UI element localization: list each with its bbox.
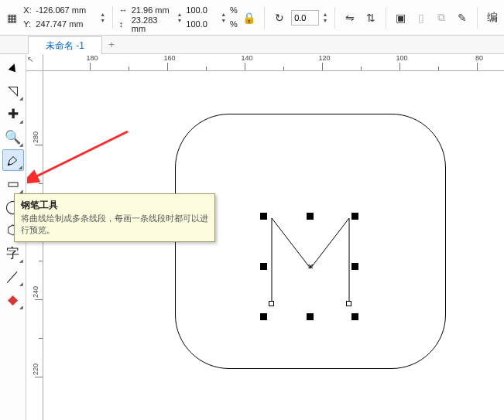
text-tool[interactable]: 字◢ — [2, 242, 24, 264]
selection-handle-bc[interactable] — [307, 313, 314, 320]
h-tick-label: 80 — [471, 54, 487, 62]
pick-tool[interactable]: ▲ — [0, 53, 26, 81]
zoom-tool[interactable]: 🔍◢ — [2, 126, 24, 148]
m-path-object[interactable] — [268, 210, 361, 311]
v-tick-label: 280 — [32, 131, 39, 143]
document-tab[interactable]: 未命名 -1 — [28, 36, 102, 54]
vertical-ruler: 280 260 240 220 — [26, 71, 43, 420]
position-fields: X:-126.067 mm Y:247.747 mm — [23, 4, 96, 32]
h-tick-label: 120 — [317, 54, 332, 62]
tab-bar: 未命名 -1 + — [0, 36, 504, 54]
v-tick-label: 240 — [32, 286, 39, 298]
selection-handle-ml[interactable] — [260, 263, 267, 270]
size-fields: ↔21.96 mm ↕23.283 mm — [119, 4, 173, 32]
scale-x-value[interactable]: 100.0 — [186, 6, 217, 15]
edit-button[interactable]: ✎ — [454, 8, 471, 28]
width-value[interactable]: 21.96 mm — [132, 6, 173, 15]
path-node[interactable] — [269, 301, 274, 306]
rotate-icon: ↻ — [271, 8, 288, 28]
tooltip-title: 钢笔工具 — [21, 199, 208, 212]
divider — [264, 7, 265, 29]
selection-handle-tr[interactable] — [351, 213, 358, 220]
rotation-value[interactable]: 0.0 — [291, 10, 318, 26]
tooltip-description: 将曲线绘制成多条线段，每画一条线段时都可以进行预览。 — [21, 213, 208, 237]
wrap2-button[interactable]: ▯ — [413, 8, 430, 28]
divider — [112, 7, 113, 29]
size-spinner[interactable]: ▲▼ — [177, 4, 183, 32]
pen-tool[interactable]: ◢ — [2, 149, 24, 171]
shape-tool[interactable]: ◹◢ — [2, 80, 24, 101]
height-lock-icon: ↕ — [119, 20, 132, 29]
h-tick-label: 180 — [84, 54, 100, 62]
mirror-v-button[interactable]: ⇅ — [362, 8, 379, 28]
right-label: 编 — [484, 8, 501, 28]
percent-1: % — [230, 6, 238, 15]
lock-ratio-button[interactable]: 🔒 — [241, 8, 258, 28]
percent-2: % — [230, 20, 238, 29]
divider — [334, 7, 335, 29]
grid-icon: ▦ — [3, 8, 20, 28]
property-bar: ▦ X:-126.067 mm Y:247.747 mm ▲▼ ↔21.96 m… — [0, 0, 504, 36]
rectangle-tool[interactable]: ▭◢ — [2, 172, 24, 194]
rotation-spinner[interactable]: ▲▼ — [322, 4, 329, 32]
selection-handle-br[interactable] — [351, 313, 358, 320]
line-tool[interactable]: ／◢ — [2, 265, 24, 287]
width-lock-icon: ↔ — [119, 6, 132, 15]
percent-labels: % % — [230, 4, 238, 32]
h-tick-label: 100 — [394, 54, 410, 62]
divider — [477, 7, 478, 29]
canvas[interactable]: ✕ — [43, 71, 504, 420]
h-tick-label: 160 — [162, 54, 177, 62]
y-value[interactable]: 247.747 mm — [36, 20, 96, 29]
pen-tool-tooltip: 钢笔工具 将曲线绘制成多条线段，每画一条线段时都可以进行预览。 — [14, 193, 215, 242]
add-tab-button[interactable]: + — [102, 36, 121, 53]
selection-handle-mr[interactable] — [351, 263, 358, 270]
divider — [386, 7, 386, 29]
position-spinner[interactable]: ▲▼ — [99, 4, 106, 32]
crop-tool[interactable]: ✚◢ — [2, 103, 24, 125]
x-value[interactable]: -126.067 mm — [36, 6, 96, 15]
height-value[interactable]: 23.283 mm — [132, 16, 173, 33]
combine-button[interactable]: ⧉ — [433, 8, 450, 28]
selection-handle-tl[interactable] — [260, 213, 267, 220]
wrap-button[interactable]: ▣ — [393, 8, 410, 28]
x-label: X: — [23, 6, 36, 15]
scale-fields: 100.0 100.0 — [186, 4, 217, 32]
selection-handle-bl[interactable] — [260, 313, 267, 320]
y-label: Y: — [23, 20, 36, 29]
path-node[interactable] — [346, 301, 351, 306]
ruler-origin[interactable]: ↖ — [26, 54, 43, 71]
mirror-h-button[interactable]: ⇋ — [341, 8, 358, 28]
scale-y-value[interactable]: 100.0 — [186, 20, 217, 29]
selection-center[interactable]: ✕ — [307, 263, 314, 270]
horizontal-ruler: 180 160 140 120 100 80 — [43, 54, 504, 71]
v-tick-label: 220 — [32, 364, 39, 375]
h-tick-label: 140 — [239, 54, 255, 62]
scale-spinner[interactable]: ▲▼ — [220, 4, 227, 32]
fill-tool[interactable]: ◆◢ — [2, 289, 24, 310]
svg-point-0 — [8, 163, 9, 165]
selection-handle-tc[interactable] — [307, 213, 314, 220]
